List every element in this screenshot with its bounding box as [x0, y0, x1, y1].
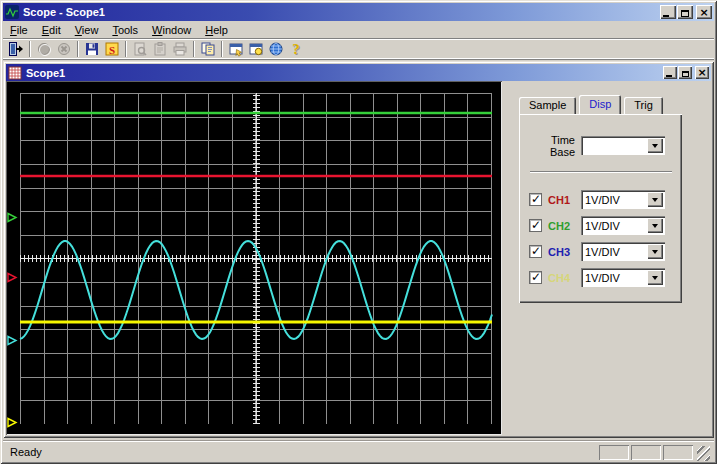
- scope-settings-button[interactable]: S: [102, 39, 122, 59]
- tab-label: Trig: [634, 99, 653, 111]
- scope1-title-bar[interactable]: Scope1 ×: [6, 64, 711, 81]
- save-button[interactable]: [82, 39, 102, 59]
- web-button[interactable]: [266, 39, 286, 59]
- ch4-scale-select[interactable]: 1V/DIV: [581, 268, 665, 287]
- print-button[interactable]: [170, 39, 190, 59]
- menu-help[interactable]: Help: [198, 23, 235, 37]
- menu-view[interactable]: View: [68, 23, 106, 37]
- channel-row-ch2: CH2 1V/DIV: [529, 216, 675, 235]
- scope1-icon: [8, 66, 22, 80]
- channel-row-ch1: CH1 1V/DIV: [529, 190, 675, 209]
- maximize-icon: [681, 10, 689, 17]
- toolbar-separator: [221, 41, 223, 57]
- marker-ch4[interactable]: [7, 417, 18, 428]
- help-button[interactable]: ??: [286, 39, 306, 59]
- properties-icon: [228, 41, 244, 57]
- chevron-down-icon[interactable]: [647, 218, 663, 233]
- disp-tab-page: Time Base CH1 1V/DIV: [519, 114, 682, 303]
- ch2-label: CH2: [548, 220, 574, 232]
- separator: [530, 171, 672, 173]
- minimize-icon: [666, 75, 672, 77]
- status-panel-2: [631, 445, 661, 460]
- ch2-scale-value: 1V/DIV: [585, 220, 647, 232]
- tab-disp[interactable]: Disp: [579, 95, 621, 114]
- menu-window[interactable]: Window: [145, 23, 198, 37]
- exit-icon: [8, 41, 24, 57]
- restore-icon: [682, 71, 689, 77]
- print-preview-button[interactable]: [130, 39, 150, 59]
- toolbar-separator: [125, 41, 127, 57]
- ch4-scale-value: 1V/DIV: [585, 272, 647, 284]
- scope1-client-area: Sample Disp Trig Time Base CH1: [6, 81, 711, 435]
- control-panel: Sample Disp Trig Time Base CH1: [502, 81, 711, 435]
- scope1-window: Scope1 × Sample Disp Trig: [3, 61, 714, 438]
- scope-display: [6, 81, 502, 435]
- chevron-down-icon[interactable]: [647, 270, 663, 285]
- tab-sample[interactable]: Sample: [519, 97, 576, 114]
- svg-text:S: S: [109, 44, 115, 56]
- scope-settings-icon: S: [104, 41, 120, 57]
- toolbar: S ??: [3, 38, 714, 60]
- print-preview-icon: [132, 41, 148, 57]
- copy-icon: [200, 41, 216, 57]
- ch2-checkbox[interactable]: [529, 219, 542, 232]
- exit-button[interactable]: [6, 39, 26, 59]
- marker-ch3[interactable]: [7, 335, 18, 346]
- help-icon: ??: [288, 41, 304, 57]
- menu-tools[interactable]: Tools: [105, 23, 145, 37]
- print-icon: [172, 41, 188, 57]
- minimize-button[interactable]: [660, 5, 676, 19]
- toolbar-separator: [193, 41, 195, 57]
- toolbar-separator: [77, 41, 79, 57]
- chevron-down-icon[interactable]: [647, 244, 663, 259]
- resize-grip[interactable]: [697, 446, 710, 461]
- child-restore-button[interactable]: [678, 66, 692, 79]
- menu-bar: File Edit View Tools Window Help: [3, 22, 714, 37]
- window-title: Scope - Scope1: [23, 6, 105, 18]
- tab-trig[interactable]: Trig: [624, 97, 663, 114]
- copy-button[interactable]: [198, 39, 218, 59]
- ch4-label: CH4: [548, 272, 574, 284]
- menu-file[interactable]: File: [3, 23, 35, 37]
- app-icon: [5, 5, 19, 19]
- ch4-checkbox[interactable]: [529, 271, 542, 284]
- child-minimize-button[interactable]: [663, 66, 677, 79]
- status-bar: Ready: [3, 440, 714, 461]
- save-icon: [84, 41, 100, 57]
- close-icon: ×: [699, 7, 708, 19]
- tab-label: Sample: [529, 99, 566, 111]
- status-panel-1: [599, 445, 629, 460]
- paste-button[interactable]: [150, 39, 170, 59]
- time-base-select[interactable]: [581, 136, 665, 155]
- options-button[interactable]: [246, 39, 266, 59]
- maximize-button[interactable]: [677, 5, 693, 19]
- minimize-icon: [663, 15, 669, 17]
- stop-button[interactable]: [54, 39, 74, 59]
- marker-ch2[interactable]: [7, 212, 18, 223]
- marker-ch1[interactable]: [7, 272, 18, 283]
- status-panel-3: [663, 445, 693, 460]
- tab-strip: Sample Disp Trig: [519, 95, 666, 114]
- close-icon: ×: [697, 67, 706, 79]
- ch2-scale-select[interactable]: 1V/DIV: [581, 216, 665, 235]
- ch1-checkbox[interactable]: [529, 193, 542, 206]
- child-close-button[interactable]: ×: [695, 66, 709, 79]
- close-button[interactable]: ×: [696, 5, 712, 19]
- chevron-down-icon[interactable]: [647, 192, 663, 207]
- ch3-checkbox[interactable]: [529, 245, 542, 258]
- menu-edit[interactable]: Edit: [35, 23, 68, 37]
- record-button[interactable]: [34, 39, 54, 59]
- ch1-scale-select[interactable]: 1V/DIV: [581, 190, 665, 209]
- properties-button[interactable]: [226, 39, 246, 59]
- tab-label: Disp: [589, 98, 611, 110]
- ch1-label: CH1: [548, 194, 574, 206]
- app-title-bar[interactable]: Scope - Scope1 ×: [3, 3, 714, 21]
- paste-icon: [152, 41, 168, 57]
- svg-text:?: ?: [292, 41, 300, 57]
- chevron-down-icon[interactable]: [647, 138, 663, 153]
- web-icon: [268, 41, 284, 57]
- ch1-scale-value: 1V/DIV: [585, 194, 647, 206]
- ch3-label: CH3: [548, 246, 574, 258]
- ch3-scale-select[interactable]: 1V/DIV: [581, 242, 665, 261]
- options-icon: [248, 41, 264, 57]
